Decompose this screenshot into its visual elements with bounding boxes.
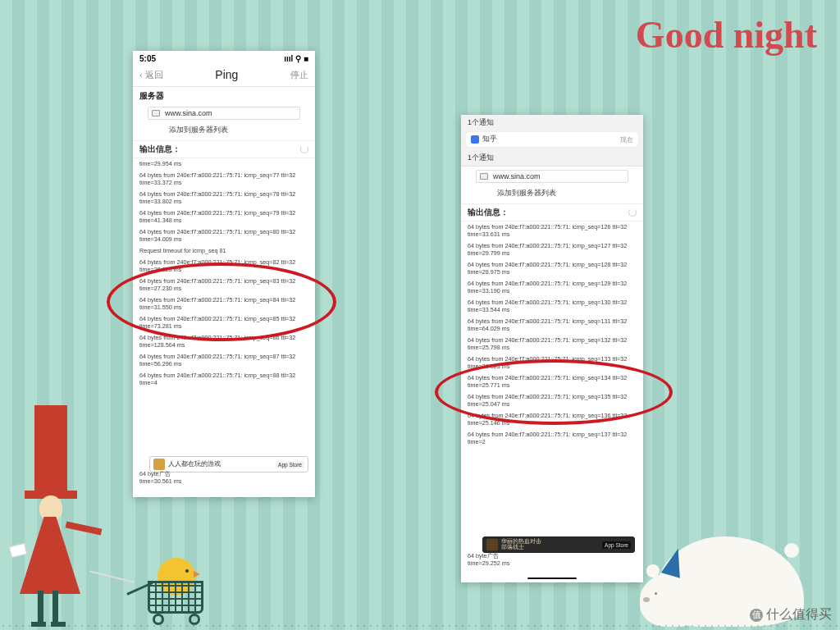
log-entry: 64 bytes from 240e:f7:a000:221::75:71: i…: [139, 209, 308, 224]
notification-card[interactable]: 知乎 现在: [466, 132, 638, 147]
log-entry: time=29.954 ms: [139, 160, 308, 167]
back-button[interactable]: ‹ 返回: [139, 69, 163, 81]
log-entry: 64 bytes from 240e:f7:a000:221::75:71: i…: [468, 393, 637, 408]
app-store-badge[interactable]: App Store: [602, 541, 631, 549]
ad-text: 人人都在玩的游戏: [168, 460, 221, 468]
notif-app: 知乎: [482, 135, 497, 144]
output-label: 输出信息：: [139, 144, 180, 155]
log-entry: 64 bytes from 240e:f7:a000:221::75:71: i…: [468, 355, 637, 370]
log-entry: 64 bytes from 240e:f7:a000:221::75:71: i…: [139, 296, 308, 311]
log-entry: 64 bytes from 240e:f7:a000:221::75:71: i…: [139, 277, 308, 292]
ping-log[interactable]: 64 bytes from 240e:f7:a000:221::75:71: i…: [461, 221, 643, 451]
timeout-entry: Request timeout for icmp_seq 81: [139, 247, 308, 254]
log-entry: 64 bytes from 240e:f7:a000:221::75:71: i…: [139, 372, 308, 386]
server-input[interactable]: www.sina.com: [148, 107, 300, 120]
watermark: 值 什么值得买: [750, 606, 832, 623]
log-entry: 64 bytes from 240e:f7:a000:221::75:71: i…: [468, 280, 637, 294]
host-icon: [152, 110, 160, 116]
log-entry: 64 bytes from 240e:f7:a000:221::75:71: i…: [468, 242, 637, 257]
log-entry: 64 bytes from 240e:f7:a000:221::75:71: i…: [139, 315, 308, 330]
spinner-icon: [300, 145, 308, 153]
server-label: 服务器: [133, 87, 315, 103]
notification-count: 1个通知: [461, 150, 643, 166]
status-icons: ıııl ⚲ ■: [284, 54, 308, 63]
output-header: 输出信息：: [461, 203, 643, 221]
log-entry: 64 bytes from 240e:f7:a000:221::75:71: i…: [468, 261, 637, 276]
output-label: 输出信息：: [468, 207, 509, 218]
ping-log[interactable]: time=29.954 ms 64 bytes from 240e:f7:a00…: [133, 158, 315, 392]
notif-when: 现在: [620, 135, 633, 144]
cart-illustration: [125, 546, 215, 625]
ad-text: 华丽的热血对击 部落战士: [501, 539, 541, 550]
add-server-checkbox[interactable]: 添加到服务器列表: [461, 186, 643, 203]
log-entry: 64 bytes from 240e:f7:a000:221::75:71: i…: [139, 171, 308, 186]
log-entry: 64 bytes from 240e:f7:a000:221::75:71: i…: [468, 336, 637, 351]
nav-bar: ‹ 返回 Ping 停止: [133, 65, 315, 87]
log-entry: 64 bytes from 240e:f7:a000:221::75:71: i…: [139, 258, 308, 273]
status-time: 5:05: [139, 54, 156, 63]
bottom-handle: [527, 578, 577, 579]
log-entry: 64 bytes from 240e:f7:a000:221::75:71: i…: [139, 190, 308, 205]
log-tail: 64 byte广告time=29.252 ms: [461, 550, 643, 573]
log-tail: 64 byte广告time=30.561 ms: [133, 468, 315, 491]
goodnight-text: Good night: [636, 13, 817, 57]
log-entry: 64 bytes from 240e:f7:a000:221::75:71: i…: [139, 353, 308, 368]
log-entry: 64 bytes from 240e:f7:a000:221::75:71: i…: [468, 412, 637, 427]
notification-group: 1个通知 知乎 现在 1个通知: [461, 115, 643, 167]
log-entry: 64 bytes from 240e:f7:a000:221::75:71: i…: [468, 223, 637, 238]
ground-dots: [0, 625, 840, 627]
ad-thumb-icon: [486, 539, 498, 550]
page-title: Ping: [215, 68, 238, 81]
stop-button[interactable]: 停止: [290, 69, 308, 81]
log-entry: 64 bytes from 240e:f7:a000:221::75:71: i…: [468, 299, 637, 313]
app-store-badge[interactable]: App Store: [276, 461, 304, 468]
watermark-badge-icon: 值: [750, 609, 763, 622]
output-header: 输出信息：: [133, 140, 315, 158]
add-server-checkbox[interactable]: 添加到服务器列表: [133, 123, 315, 140]
server-host: www.sina.com: [165, 109, 212, 117]
person-illustration: [15, 405, 113, 627]
phone-screenshot-right: 1个通知 知乎 现在 1个通知 www.sina.com 添加到服务器列表 输出…: [461, 115, 643, 582]
log-entry: 64 bytes from 240e:f7:a000:221::75:71: i…: [468, 374, 637, 389]
spinner-icon: [628, 208, 637, 217]
server-host: www.sina.com: [493, 172, 541, 180]
log-entry: 64 bytes from 240e:f7:a000:221::75:71: i…: [468, 317, 637, 332]
log-entry: 64 bytes from 240e:f7:a000:221::75:71: i…: [139, 228, 308, 243]
notification-count: 1个通知: [461, 115, 643, 130]
log-entry: 64 bytes from 240e:f7:a000:221::75:71: i…: [468, 431, 637, 445]
status-bar: 5:05 ıııl ⚲ ■: [133, 51, 315, 65]
server-input[interactable]: www.sina.com: [476, 170, 628, 183]
app-icon: [471, 135, 479, 144]
phone-screenshot-left: 5:05 ıııl ⚲ ■ ‹ 返回 Ping 停止 服务器 www.sina.…: [133, 51, 315, 497]
log-entry: 64 bytes from 240e:f7:a000:221::75:71: i…: [139, 334, 308, 349]
watermark-text: 什么值得买: [766, 606, 832, 623]
host-icon: [480, 173, 488, 180]
